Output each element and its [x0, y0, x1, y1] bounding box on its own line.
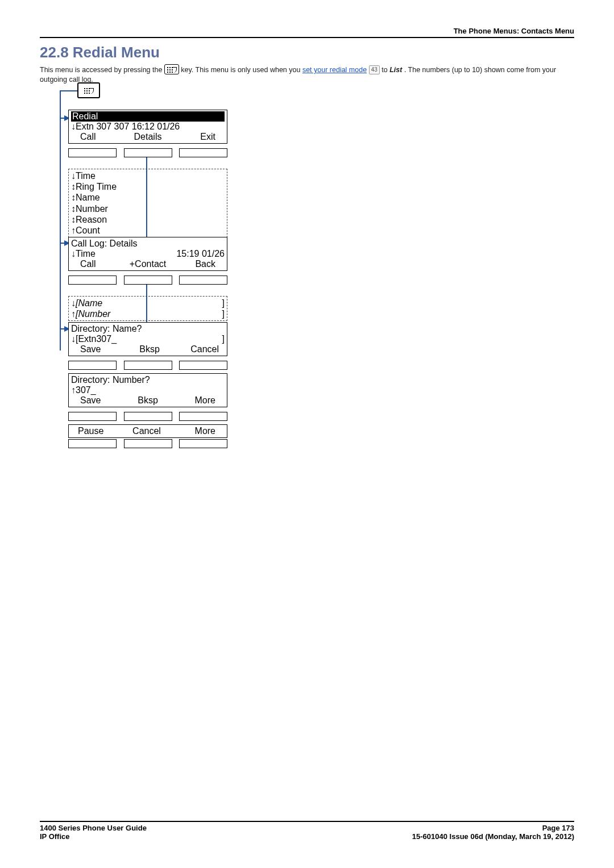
redial-key-icon-small: [82, 86, 96, 95]
list-word: List: [389, 66, 402, 74]
screen3-bracket: ]: [148, 334, 225, 344]
hw-button: [124, 361, 172, 370]
hw-button: [179, 439, 227, 448]
softkey-more-2: More: [169, 426, 225, 436]
section-number: 22.8: [40, 44, 69, 61]
button-row-2: [68, 276, 227, 285]
intro-paragraph: This menu is accessed by pressing the ke…: [40, 64, 574, 85]
screen-redial-title: Redial: [71, 111, 225, 122]
section-title: Redial Menu: [73, 44, 160, 61]
screen3-line: ↓[Extn307_ ]: [71, 334, 225, 344]
page-footer: 1400 Series Phone User Guide IP Office P…: [40, 821, 574, 841]
hw-button: [68, 412, 117, 421]
screen2-time-value: 15:19 01/26: [148, 249, 225, 259]
softkey-bksp: Bksp: [126, 344, 172, 354]
field-number: ↕Number: [71, 203, 225, 214]
page-header: The Phone Menus: Contacts Menu: [40, 26, 574, 38]
screen3-title: Directory: Name?: [71, 324, 225, 334]
button-row-3: [68, 361, 227, 370]
box2-bracket-1: ]: [222, 298, 225, 308]
intro-text-1: This menu is accessed by pressing the: [40, 66, 164, 74]
hw-button: [179, 412, 227, 421]
screen2-time-label: ↓Time: [71, 249, 148, 259]
softkey-bksp-2: Bksp: [125, 395, 170, 406]
screen4-line: ↑307_: [71, 385, 225, 395]
screen-call-log-details: Call Log: Details ↓Time 15:19 01/26 Call…: [68, 237, 227, 271]
box2-number: ↑[Number: [71, 308, 110, 319]
hw-button: [179, 361, 227, 370]
footer-guide: 1400 Series Phone User Guide: [40, 824, 147, 832]
details-fields-box: ↓Time ↕Ring Time ↕Name ↕Number ↕Reason ↑…: [68, 169, 227, 237]
footer-issue: 15-601040 Issue 06d (Monday, March 19, 2…: [412, 832, 574, 841]
footer-page: Page 173: [412, 824, 574, 832]
box2-bracket-2: ]: [222, 308, 225, 319]
button-row-1: [68, 148, 227, 157]
screen-directory-number: Directory: Number? ↑307_ Save Bksp More: [68, 373, 227, 407]
hw-button: [68, 361, 117, 370]
screen2-softkeys: Call +Contact Back: [71, 259, 225, 269]
screen3-input: ↓[Extn307_: [71, 334, 148, 344]
screen4-title: Directory: Number?: [71, 375, 225, 385]
screen-redial-line: ↓Extn 307 307 16:12 01/26: [71, 122, 225, 132]
screen3-softkeys: Save Bksp Cancel: [71, 344, 225, 354]
hw-button: [179, 276, 227, 285]
screen-directory-name: Directory: Name? ↓[Extn307_ ] Save Bksp …: [68, 322, 227, 356]
softkey-pause: Pause: [71, 426, 124, 436]
redial-mode-link[interactable]: set your redial mode: [302, 66, 367, 74]
softkey-call: Call: [71, 132, 125, 142]
screen4-softkeys: Save Bksp More: [71, 395, 225, 406]
intro-text-3: to: [381, 66, 389, 74]
field-reason: ↕Reason: [71, 214, 225, 225]
hw-button: [68, 276, 117, 285]
screen-more-options: Pause Cancel More: [68, 424, 227, 438]
softkey-cancel-2: Cancel: [124, 426, 170, 436]
connector-vertical: [60, 90, 61, 350]
screen-redial-softkeys: Call Details Exit: [71, 132, 225, 142]
footer-product: IP Office: [40, 832, 147, 841]
name-number-box: ↓[Name ] ↑[Number ]: [68, 296, 227, 321]
softkey-exit: Exit: [171, 132, 225, 142]
page-ref-badge: 43: [369, 65, 380, 74]
softkey-save: Save: [71, 344, 126, 354]
redial-key-box: [77, 82, 100, 98]
hw-button: [124, 439, 172, 448]
softkey-save-2: Save: [71, 395, 125, 406]
softkey-call-2: Call: [71, 259, 125, 269]
hw-button: [179, 148, 227, 157]
hw-button: [124, 276, 172, 285]
hw-button: [124, 412, 172, 421]
hw-button: [68, 148, 117, 157]
field-count: ↑Count: [71, 225, 225, 236]
hw-button: [68, 439, 117, 448]
redial-key-icon: [164, 64, 179, 74]
softkey-back: Back: [171, 259, 225, 269]
softkey-details: Details: [125, 132, 170, 142]
screen5-softkeys: Pause Cancel More: [71, 426, 225, 436]
button-row-4: [68, 412, 227, 421]
hw-button: [124, 148, 172, 157]
field-name: ↕Name: [71, 192, 225, 203]
field-ring-time: ↕Ring Time: [71, 181, 225, 192]
screen2-line: ↓Time 15:19 01/26: [71, 249, 225, 259]
breadcrumb: The Phone Menus: Contacts Menu: [454, 27, 574, 35]
softkey-more: More: [171, 395, 225, 406]
section-heading: 22.8 Redial Menu: [40, 44, 574, 61]
field-time: ↓Time: [71, 170, 225, 181]
screen-redial: Redial ↓Extn 307 307 16:12 01/26 Call De…: [68, 110, 227, 144]
screen2-title: Call Log: Details: [71, 239, 225, 249]
softkey-contact: +Contact: [125, 259, 170, 269]
button-row-5: [68, 439, 227, 448]
intro-text-2: key. This menu is only used when you: [181, 66, 302, 74]
softkey-cancel: Cancel: [173, 344, 225, 354]
box2-name: ↓[Name: [71, 298, 102, 308]
connector-h-top: [60, 90, 77, 91]
